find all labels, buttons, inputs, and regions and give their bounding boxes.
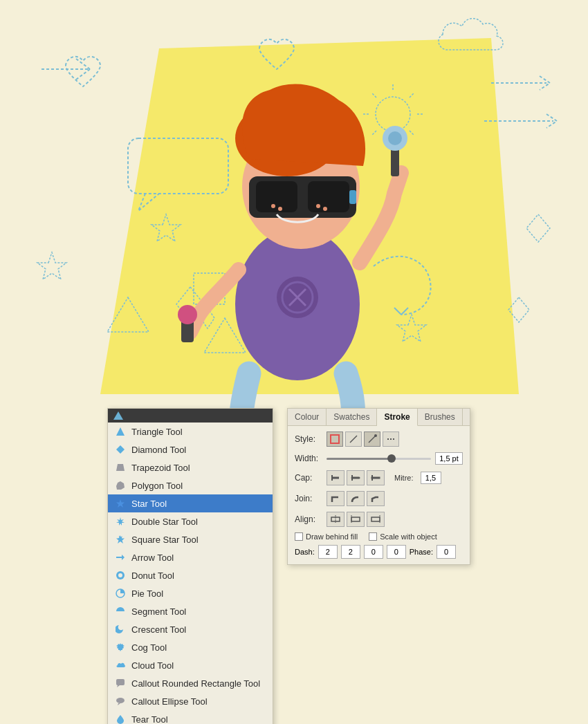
arrow-icon [115,552,126,563]
cap-btn-round[interactable] [347,470,365,485]
style-btn-pencil[interactable] [345,431,362,447]
svg-point-53 [116,698,125,703]
tool-item-triangle[interactable]: Triangle Tool [108,423,273,440]
tool-item-arrow[interactable]: Arrow Tool [108,548,273,566]
cap-label: Cap: [295,473,322,483]
scale-object-checkbox-item: Scale with object [369,532,437,541]
double-star-icon [115,516,126,527]
svg-marker-45 [116,517,125,526]
svg-point-29 [278,207,282,211]
tool-item-square-star[interactable]: Square Star Tool [108,530,273,548]
svg-rect-54 [331,435,339,443]
join-btn-miter[interactable] [327,491,344,506]
width-row: Width: 1,5 pt [295,452,463,465]
tool-item-callout-ellipse[interactable]: Callout Ellipse Tool [108,692,273,710]
tool-item-label-polygon: Polygon Tool [131,481,183,491]
svg-rect-27 [349,190,356,204]
canvas-area [0,0,588,408]
style-btn-solid-box[interactable] [327,431,343,447]
cap-row: Cap: Mitre: 1,5 [295,470,463,485]
svg-marker-7 [526,214,550,242]
tool-item-label-triangle: Triangle Tool [131,427,183,437]
dash-input-1[interactable] [318,545,338,559]
tool-item-trapezoid[interactable]: Trapezoid Tool [108,458,273,476]
stroke-panel-tabs: Colour Swatches Stroke Brushes [288,409,470,426]
style-label: Style: [295,434,322,444]
tool-menu: Triangle ToolDiamond ToolTrapezoid ToolP… [107,408,273,724]
tool-item-polygon[interactable]: Polygon Tool [108,476,273,494]
width-slider[interactable] [327,458,431,460]
tool-item-label-trapezoid: Trapezoid Tool [131,463,190,473]
menu-triangle-indicator [113,411,123,420]
segment-icon [115,606,126,617]
cap-btn-square[interactable] [367,470,385,485]
width-label: Width: [295,454,322,463]
svg-point-35 [178,305,197,324]
tool-item-pie[interactable]: Pie Tool [108,584,273,602]
checkbox-row: Draw behind fill Scale with object [295,532,463,541]
svg-rect-25 [256,181,297,212]
tool-item-label-crescent: Crescent Tool [131,624,186,635]
align-btn-inside[interactable] [347,512,365,527]
tool-items-list: Triangle ToolDiamond ToolTrapezoid ToolP… [108,423,273,724]
svg-rect-36 [391,149,399,176]
tear-icon [115,714,126,724]
tool-item-star[interactable]: Star Tool [108,494,273,512]
width-value[interactable]: 1,5 pt [435,452,463,465]
cloud-icon [115,660,126,671]
tool-item-segment[interactable]: Segment Tool [108,602,273,620]
align-btn-center[interactable] [327,512,344,527]
draw-behind-checkbox[interactable] [295,532,303,541]
align-btn-outside[interactable] [367,512,385,527]
tab-colour[interactable]: Colour [288,409,327,425]
style-btn-dash[interactable] [383,431,399,447]
tab-brushes[interactable]: Brushes [418,409,463,425]
svg-point-30 [316,204,320,208]
tool-item-crescent[interactable]: Crescent Tool [108,620,273,638]
join-btn-bevel[interactable] [367,491,385,506]
stroke-panel: Colour Swatches Stroke Brushes Style: [287,408,470,565]
scale-object-checkbox[interactable] [369,532,377,541]
phase-input[interactable] [437,545,456,559]
svg-rect-66 [351,517,360,521]
mitre-label: Mitre: [394,474,414,482]
tool-item-double-star[interactable]: Double Star Tool [108,512,273,530]
tool-item-donut[interactable]: Donut Tool [108,566,273,584]
scale-object-label: Scale with object [380,532,437,541]
join-btn-round[interactable] [347,491,365,506]
style-btn-corner[interactable] [364,431,380,447]
style-buttons [327,431,399,447]
join-buttons [327,491,385,506]
join-row: Join: [295,491,463,506]
tool-item-label-diamond: Diamond Tool [131,445,186,455]
callout-ellipse-icon [115,696,126,707]
dash-input-2[interactable] [341,545,360,559]
svg-point-28 [271,204,275,208]
polygon-icon [115,480,126,491]
svg-rect-26 [308,181,349,212]
svg-marker-41 [116,445,125,454]
tool-item-cloud[interactable]: Cloud Tool [108,656,273,674]
tool-item-label-cloud: Cloud Tool [131,660,174,671]
dash-label: Dash: [295,548,315,556]
dash-input-4[interactable] [387,545,406,559]
tool-item-cog[interactable]: Cog Tool [108,638,273,656]
tool-item-label-square-star: Square Star Tool [131,535,199,545]
align-buttons [327,512,385,527]
cap-buttons [327,470,385,485]
tool-item-tear[interactable]: Tear Tool [108,710,273,724]
square-star-icon [115,534,126,545]
star-icon [115,498,126,509]
tool-item-label-callout-ellipse: Callout Ellipse Tool [131,696,208,707]
tool-item-label-segment: Segment Tool [131,606,186,617]
tool-item-callout-rect[interactable]: Callout Rounded Rectangle Tool [108,674,273,692]
slider-thumb[interactable] [387,454,396,463]
dash-input-3[interactable] [364,545,383,559]
tab-stroke[interactable]: Stroke [377,409,417,426]
align-label: Align: [295,514,322,524]
mitre-value[interactable]: 1,5 [421,472,441,484]
cap-btn-butt[interactable] [327,470,344,485]
tool-item-diamond[interactable]: Diamond Tool [108,440,273,458]
tab-swatches[interactable]: Swatches [327,409,377,425]
draw-behind-checkbox-item: Draw behind fill [295,532,358,541]
